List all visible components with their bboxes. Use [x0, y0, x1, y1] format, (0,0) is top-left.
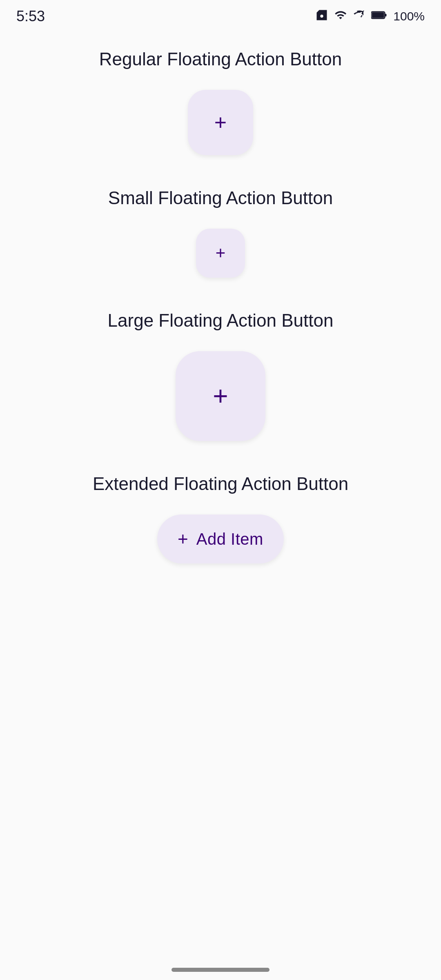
main-content: Regular Floating Action Button + Small F… — [0, 33, 441, 596]
wifi-icon — [334, 9, 347, 24]
section-title-small: Small Floating Action Button — [108, 188, 333, 208]
fab-small-button[interactable]: + — [196, 229, 245, 278]
fab-large-plus-icon: + — [213, 383, 228, 409]
section-regular: Regular Floating Action Button + — [99, 49, 342, 155]
section-title-large: Large Floating Action Button — [108, 310, 334, 331]
fab-small-plus-icon: + — [216, 245, 226, 262]
section-title-regular: Regular Floating Action Button — [99, 49, 342, 69]
status-time: 5:53 — [16, 8, 45, 25]
fab-regular-plus-icon: + — [214, 112, 227, 133]
fab-extended-plus-icon: + — [178, 530, 188, 548]
fab-regular-button[interactable]: + — [188, 90, 253, 155]
section-large: Large Floating Action Button + — [108, 310, 334, 441]
fab-extended-button[interactable]: + Add Item — [157, 514, 284, 564]
status-bar: 5:53 100% — [0, 0, 441, 33]
section-extended: Extended Floating Action Button + Add It… — [93, 474, 348, 564]
bottom-nav-indicator — [172, 968, 270, 972]
signal-icon — [353, 9, 365, 24]
sim-icon — [316, 9, 328, 24]
status-icons: 100% — [316, 9, 425, 24]
battery-text: 100% — [393, 9, 425, 23]
svg-rect-2 — [385, 13, 387, 16]
battery-icon — [371, 9, 388, 24]
svg-rect-1 — [372, 12, 384, 18]
section-small: Small Floating Action Button + — [108, 188, 333, 278]
section-title-extended: Extended Floating Action Button — [93, 474, 348, 494]
fab-large-button[interactable]: + — [176, 351, 265, 441]
fab-extended-label: Add Item — [196, 530, 263, 548]
